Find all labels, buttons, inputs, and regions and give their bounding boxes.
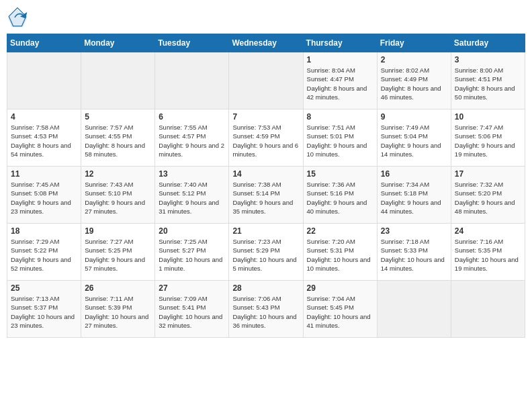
day-number: 20 [159,226,225,236]
weekday-header-tuesday: Tuesday [155,34,229,52]
day-detail: Sunrise: 7:57 AM Sunset: 4:55 PM Dayligh… [85,123,151,158]
week-row-0: 1Sunrise: 8:04 AM Sunset: 4:47 PM Daylig… [7,52,525,109]
calendar-cell: 8Sunrise: 7:51 AM Sunset: 5:01 PM Daylig… [303,109,377,167]
day-number: 12 [85,169,151,179]
calendar-cell: 20Sunrise: 7:25 AM Sunset: 5:27 PM Dayli… [155,224,229,281]
day-detail: Sunrise: 7:45 AM Sunset: 5:08 PM Dayligh… [11,180,77,216]
calendar-cell: 29Sunrise: 7:04 AM Sunset: 5:45 PM Dayli… [303,281,377,338]
calendar-table: SundayMondayTuesdayWednesdayThursdayFrid… [7,34,525,338]
day-number: 2 [381,55,447,64]
calendar-cell: 12Sunrise: 7:43 AM Sunset: 5:10 PM Dayli… [81,167,155,224]
day-detail: Sunrise: 7:55 AM Sunset: 4:57 PM Dayligh… [159,123,225,158]
day-number: 25 [11,283,77,293]
page-header [7,7,525,28]
calendar-cell: 4Sunrise: 7:58 AM Sunset: 4:53 PM Daylig… [7,109,81,167]
calendar-cell [7,52,81,109]
day-detail: Sunrise: 7:43 AM Sunset: 5:10 PM Dayligh… [85,180,151,216]
day-number: 5 [85,112,151,122]
calendar-cell: 1Sunrise: 8:04 AM Sunset: 4:47 PM Daylig… [303,52,377,109]
day-number: 4 [11,112,77,122]
calendar-cell: 2Sunrise: 8:02 AM Sunset: 4:49 PM Daylig… [377,52,451,109]
day-detail: Sunrise: 8:00 AM Sunset: 4:51 PM Dayligh… [455,66,521,101]
day-number: 13 [159,169,225,179]
day-detail: Sunrise: 7:18 AM Sunset: 5:33 PM Dayligh… [381,237,447,273]
calendar-cell: 24Sunrise: 7:16 AM Sunset: 5:35 PM Dayli… [451,224,525,281]
week-row-1: 4Sunrise: 7:58 AM Sunset: 4:53 PM Daylig… [7,109,525,167]
calendar-cell [377,281,451,338]
day-number: 11 [11,169,77,179]
day-number: 24 [455,226,521,236]
day-detail: Sunrise: 7:04 AM Sunset: 5:45 PM Dayligh… [307,294,373,330]
weekday-header-thursday: Thursday [303,34,377,52]
day-detail: Sunrise: 7:27 AM Sunset: 5:25 PM Dayligh… [85,237,151,273]
calendar-cell: 26Sunrise: 7:11 AM Sunset: 5:39 PM Dayli… [81,281,155,338]
logo-icon [7,7,28,28]
weekday-header-sunday: Sunday [7,34,81,52]
calendar-cell: 19Sunrise: 7:27 AM Sunset: 5:25 PM Dayli… [81,224,155,281]
day-number: 10 [455,112,521,122]
weekday-header-saturday: Saturday [451,34,525,52]
day-detail: Sunrise: 7:25 AM Sunset: 5:27 PM Dayligh… [159,237,225,273]
day-detail: Sunrise: 7:16 AM Sunset: 5:35 PM Dayligh… [455,237,521,273]
week-row-2: 11Sunrise: 7:45 AM Sunset: 5:08 PM Dayli… [7,167,525,224]
calendar-cell: 10Sunrise: 7:47 AM Sunset: 5:06 PM Dayli… [451,109,525,167]
calendar-cell: 16Sunrise: 7:34 AM Sunset: 5:18 PM Dayli… [377,167,451,224]
day-number: 9 [381,112,447,122]
calendar-cell: 11Sunrise: 7:45 AM Sunset: 5:08 PM Dayli… [7,167,81,224]
calendar-cell [229,52,303,109]
calendar-cell [155,52,229,109]
day-detail: Sunrise: 7:32 AM Sunset: 5:20 PM Dayligh… [455,180,521,216]
day-number: 8 [307,112,373,122]
day-detail: Sunrise: 7:47 AM Sunset: 5:06 PM Dayligh… [455,123,521,158]
day-detail: Sunrise: 7:40 AM Sunset: 5:12 PM Dayligh… [159,180,225,216]
calendar-cell [81,52,155,109]
week-row-4: 25Sunrise: 7:13 AM Sunset: 5:37 PM Dayli… [7,281,525,338]
weekday-header-monday: Monday [81,34,155,52]
day-number: 26 [85,283,151,293]
day-detail: Sunrise: 8:02 AM Sunset: 4:49 PM Dayligh… [381,66,447,101]
calendar-cell: 25Sunrise: 7:13 AM Sunset: 5:37 PM Dayli… [7,281,81,338]
svg-marker-0 [8,9,28,27]
day-number: 14 [232,169,299,179]
day-detail: Sunrise: 7:58 AM Sunset: 4:53 PM Dayligh… [11,123,77,158]
weekday-header-friday: Friday [377,34,451,52]
week-row-3: 18Sunrise: 7:29 AM Sunset: 5:22 PM Dayli… [7,224,525,281]
day-number: 1 [307,55,373,64]
calendar-cell [451,281,525,338]
day-number: 3 [455,55,521,64]
calendar-cell: 23Sunrise: 7:18 AM Sunset: 5:33 PM Dayli… [377,224,451,281]
day-number: 17 [455,169,521,179]
day-detail: Sunrise: 7:20 AM Sunset: 5:31 PM Dayligh… [307,237,373,273]
calendar-cell: 9Sunrise: 7:49 AM Sunset: 5:04 PM Daylig… [377,109,451,167]
day-number: 15 [307,169,373,179]
day-number: 22 [307,226,373,236]
calendar-cell: 7Sunrise: 7:53 AM Sunset: 4:59 PM Daylig… [229,109,303,167]
calendar-cell: 27Sunrise: 7:09 AM Sunset: 5:41 PM Dayli… [155,281,229,338]
day-detail: Sunrise: 7:49 AM Sunset: 5:04 PM Dayligh… [381,123,447,158]
calendar-cell: 15Sunrise: 7:36 AM Sunset: 5:16 PM Dayli… [303,167,377,224]
day-number: 28 [232,283,299,293]
day-detail: Sunrise: 7:51 AM Sunset: 5:01 PM Dayligh… [307,123,373,158]
calendar-cell: 21Sunrise: 7:23 AM Sunset: 5:29 PM Dayli… [229,224,303,281]
day-number: 7 [232,112,299,122]
day-detail: Sunrise: 7:11 AM Sunset: 5:39 PM Dayligh… [85,294,151,330]
day-number: 16 [381,169,447,179]
day-detail: Sunrise: 7:29 AM Sunset: 5:22 PM Dayligh… [11,237,77,273]
day-detail: Sunrise: 7:53 AM Sunset: 4:59 PM Dayligh… [232,123,299,158]
calendar-cell: 28Sunrise: 7:06 AM Sunset: 5:43 PM Dayli… [229,281,303,338]
day-detail: Sunrise: 8:04 AM Sunset: 4:47 PM Dayligh… [307,66,373,101]
day-detail: Sunrise: 7:34 AM Sunset: 5:18 PM Dayligh… [381,180,447,216]
day-number: 6 [159,112,225,122]
day-detail: Sunrise: 7:23 AM Sunset: 5:29 PM Dayligh… [232,237,299,273]
day-number: 18 [11,226,77,236]
weekday-header-wednesday: Wednesday [229,34,303,52]
calendar-cell: 13Sunrise: 7:40 AM Sunset: 5:12 PM Dayli… [155,167,229,224]
day-detail: Sunrise: 7:13 AM Sunset: 5:37 PM Dayligh… [11,294,77,330]
calendar-cell: 18Sunrise: 7:29 AM Sunset: 5:22 PM Dayli… [7,224,81,281]
day-detail: Sunrise: 7:36 AM Sunset: 5:16 PM Dayligh… [307,180,373,216]
calendar-cell: 3Sunrise: 8:00 AM Sunset: 4:51 PM Daylig… [451,52,525,109]
day-number: 27 [159,283,225,293]
day-detail: Sunrise: 7:38 AM Sunset: 5:14 PM Dayligh… [232,180,299,216]
calendar-cell: 5Sunrise: 7:57 AM Sunset: 4:55 PM Daylig… [81,109,155,167]
calendar-cell: 17Sunrise: 7:32 AM Sunset: 5:20 PM Dayli… [451,167,525,224]
